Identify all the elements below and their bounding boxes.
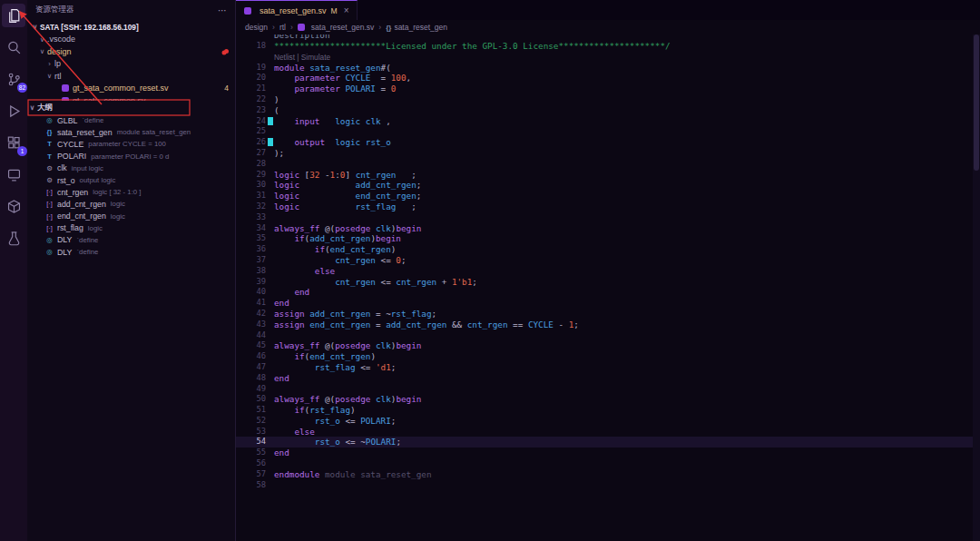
- module-icon: {}: [44, 128, 55, 136]
- code-line-23: 23(: [236, 105, 980, 116]
- activity-bar: 821: [0, 0, 27, 541]
- more-actions-icon[interactable]: ⋯: [218, 5, 227, 15]
- chevron-down-icon: ∨: [27, 103, 37, 112]
- code-line-33: 33: [236, 212, 980, 223]
- line-number: 20: [236, 73, 274, 84]
- search-icon[interactable]: [2, 35, 25, 59]
- code-text: else: [274, 427, 315, 438]
- code-editor[interactable]: Description18**********************Licen…: [236, 34, 980, 541]
- code-line-20: 20 parameter CYCLE = 100,: [236, 73, 980, 84]
- outline-item-polari[interactable]: TPOLARIparameter POLARI = 0 d: [27, 151, 235, 162]
- containers-icon[interactable]: [2, 194, 25, 218]
- breadcrumb-item-sata-reset-gen-sv[interactable]: sata_reset_gen.sv: [298, 23, 374, 32]
- code-line-27: 27);: [236, 148, 980, 159]
- extensions-icon[interactable]: 1: [2, 131, 25, 154]
- code-line-24: 24 input logic clk ,: [236, 116, 980, 127]
- outline-item-detail: module sata_reset_gen: [117, 128, 191, 136]
- explorer-icon[interactable]: [2, 4, 25, 27]
- run-debug-icon[interactable]: [2, 99, 25, 123]
- outline-item-glbl[interactable]: ◎GLBL`define: [27, 114, 235, 126]
- outline-item-rst_flag[interactable]: [·]rst_flaglogic: [27, 222, 235, 234]
- tree-item-rtl[interactable]: ∨rtl: [27, 70, 235, 83]
- parameter-icon: T: [44, 140, 55, 148]
- outline-item-label: CYCLE: [57, 140, 83, 149]
- line-number: 54: [236, 437, 274, 448]
- code-line-21: 21 parameter POLARI = 0: [236, 84, 980, 94]
- tree-item-label: lp: [54, 59, 61, 68]
- tree-item-design[interactable]: ∨design: [27, 45, 235, 58]
- line-number: 46: [236, 351, 274, 362]
- code-text: assign end_cnt_rgen = add_cnt_rgen && cn…: [274, 320, 579, 330]
- code-line-43: 43assign end_cnt_rgen = add_cnt_rgen && …: [236, 320, 980, 330]
- tree-item-label: SATA [SSH: 192.168.56.109]: [40, 23, 139, 32]
- explorer-sidebar: 资源管理器 ⋯ ∨SATA [SSH: 192.168.56.109]∨.vsc…: [27, 0, 236, 541]
- code-text: cnt_rgen <= 0;: [274, 255, 407, 266]
- git-modified-badge: M: [331, 6, 338, 15]
- tab-sata-reset-gen[interactable]: sata_reset_gen.sv M ×: [236, 0, 358, 20]
- remote-explorer-icon[interactable]: [2, 162, 25, 186]
- editor-group: sata_reset_gen.sv M × design›rtl›sata_re…: [236, 0, 980, 541]
- line-number: 33: [236, 212, 274, 223]
- outline-item-cnt_rgen[interactable]: [·]cnt_rgenlogic [ 32 - 1:0 ]: [27, 186, 235, 198]
- outline-item-label: POLARI: [57, 152, 86, 161]
- line-number: 40: [236, 287, 274, 298]
- close-icon[interactable]: ×: [344, 5, 349, 15]
- line-number: 27: [236, 148, 274, 159]
- code-line-22: 22): [236, 94, 980, 105]
- scrollbar-thumb[interactable]: [974, 34, 979, 171]
- line-number: 23: [236, 105, 274, 116]
- line-number: 55: [236, 448, 274, 458]
- tab-label: sata_reset_gen.sv: [260, 6, 327, 15]
- outline-item-sata_reset_gen[interactable]: {}sata_reset_genmodule sata_reset_gen: [27, 126, 235, 138]
- line-number: 49: [236, 384, 274, 395]
- line-number: 41: [236, 298, 274, 309]
- code-line-26: 26 output logic rst_o: [236, 137, 980, 148]
- line-number: 32: [236, 202, 274, 212]
- tree-item--vscode[interactable]: ∨.vscode: [27, 34, 235, 46]
- chevron-down-icon: ∨: [30, 23, 40, 31]
- tree-item-gt-sata-common-reset-sv[interactable]: gt_sata_common_reset.sv4: [27, 83, 235, 95]
- tree-item-sata-ssh-192-168-56-109-[interactable]: ∨SATA [SSH: 192.168.56.109]: [27, 21, 235, 34]
- breadcrumb-label: design: [245, 23, 268, 32]
- define-icon: ◎: [44, 116, 55, 124]
- code-line-56: 56: [236, 458, 980, 469]
- line-number: 28: [236, 159, 274, 170]
- scrollbar-track[interactable]: [973, 34, 980, 541]
- line-number: [236, 34, 274, 41]
- line-number: 51: [236, 405, 274, 416]
- tab-bar: sata_reset_gen.sv M ×: [236, 0, 980, 20]
- signal-icon: [·]: [44, 188, 55, 196]
- code-text: rst_flag <= 'd1;: [274, 362, 396, 373]
- outline-item-add_cnt_rgen[interactable]: [·]add_cnt_rgenlogic: [27, 198, 235, 210]
- tree-item-lp[interactable]: ›lp: [27, 58, 235, 71]
- outline-section: ∨ 大纲 ◎GLBL`define{}sata_reset_genmodule …: [27, 101, 235, 258]
- breadcrumb-item-rtl[interactable]: rtl: [279, 23, 286, 32]
- code-line-52: 52 rst_o <= POLARI;: [236, 416, 980, 427]
- outline-item-clk[interactable]: ⚙clkinput logic: [27, 162, 235, 174]
- breadcrumb-item-sata-reset-gen[interactable]: {}sata_reset_gen: [386, 23, 447, 32]
- code-line-37: 37 cnt_rgen <= 0;: [236, 255, 980, 266]
- tree-item-label: design: [47, 47, 72, 56]
- code-line-47: 47 rst_flag <= 'd1;: [236, 362, 980, 373]
- testing-icon[interactable]: [2, 226, 25, 250]
- breadcrumb-label: sata_reset_gen: [394, 23, 447, 32]
- breadcrumb-separator: ›: [272, 23, 275, 32]
- outline-item-end_cnt_rgen[interactable]: [·]end_cnt_rgenlogic: [27, 211, 235, 222]
- outline-item-rst_o[interactable]: ⚙rst_ooutput logic: [27, 174, 235, 186]
- outline-item-detail: `define: [76, 236, 98, 244]
- sv-file-icon: [244, 7, 251, 15]
- source-control-icon[interactable]: 82: [2, 67, 25, 91]
- port-icon: ⚙: [44, 176, 55, 184]
- code-text: end: [274, 448, 289, 458]
- breadcrumb-item-design[interactable]: design: [245, 23, 268, 32]
- outline-item-cycle[interactable]: TCYCLEparameter CYCLE = 100: [27, 138, 235, 150]
- tree-item-label: gt_sata_common_reset.sv: [73, 84, 169, 93]
- sv-file-icon: [62, 84, 69, 92]
- outline-item-dly[interactable]: ◎DLY`define: [27, 246, 235, 258]
- line-number: 50: [236, 394, 274, 405]
- outline-item-dly[interactable]: ◎DLY`define: [27, 234, 235, 246]
- line-number: 45: [236, 340, 274, 351]
- code-lens[interactable]: Netlist | Simulate: [236, 52, 980, 63]
- outline-header[interactable]: ∨ 大纲: [27, 101, 235, 114]
- code-text: always_ff @(posedge clk)begin: [274, 394, 421, 405]
